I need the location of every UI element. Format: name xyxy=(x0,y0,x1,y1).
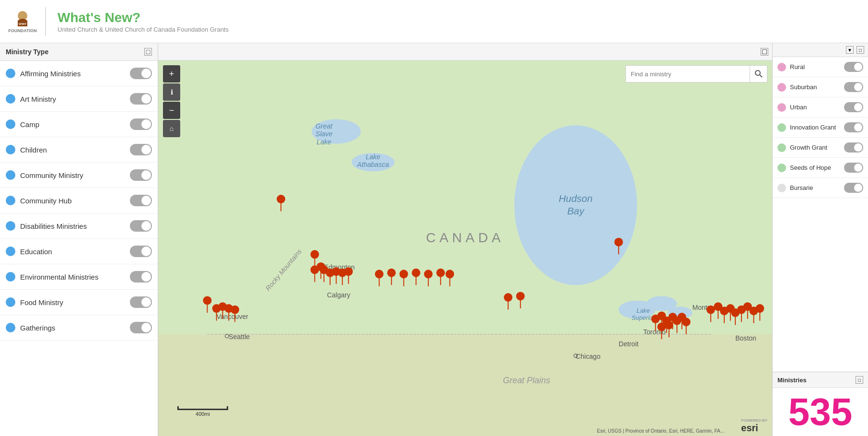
ministry-item-left: Gatherings xyxy=(6,323,55,332)
right-item-left: Growth Grant xyxy=(777,143,827,152)
logo-area: SPIRIT FOUNDATION xyxy=(8,7,46,36)
ministries-label: Ministries xyxy=(777,377,807,384)
left-panel-expand-icon[interactable]: □ xyxy=(144,48,152,56)
ministries-expand-icon[interactable]: □ xyxy=(856,376,863,384)
ministry-toggle[interactable] xyxy=(130,271,152,283)
ministry-toggle[interactable] xyxy=(130,195,152,206)
right-panel-item: Bursarie xyxy=(773,178,868,198)
ministry-toggle[interactable] xyxy=(130,68,152,79)
ministry-toggle[interactable] xyxy=(130,220,152,232)
svg-text:SPIRIT: SPIRIT xyxy=(19,23,26,25)
right-item-left: Bursarie xyxy=(777,184,813,192)
svg-text:Chicago: Chicago xyxy=(576,353,601,360)
ministry-item-left: Environmental Ministries xyxy=(6,272,98,282)
right-dot xyxy=(777,103,786,112)
right-item-label: Suburban xyxy=(790,83,817,91)
map-area: □ xyxy=(158,43,772,436)
right-toggle[interactable] xyxy=(844,163,863,173)
ministry-toggle[interactable] xyxy=(130,322,152,333)
svg-rect-21 xyxy=(158,334,772,436)
search-button[interactable] xyxy=(750,65,767,82)
svg-text:Calgary: Calgary xyxy=(327,291,350,299)
right-item-label: Growth Grant xyxy=(790,144,827,152)
ministry-label: Affirming Ministries xyxy=(20,70,81,78)
ministry-label: Education xyxy=(20,247,52,256)
right-item-left: Seeds of Hope xyxy=(777,164,831,172)
ministry-dot xyxy=(6,272,15,282)
ministry-item: Art Ministry xyxy=(0,86,158,112)
ministry-toggle[interactable] xyxy=(130,246,152,257)
right-toggle[interactable] xyxy=(844,82,863,92)
ministry-dot xyxy=(6,247,15,256)
ministry-toggle[interactable] xyxy=(130,296,152,308)
ministry-label: Disabilities Ministries xyxy=(20,222,87,230)
right-toggle[interactable] xyxy=(844,183,863,193)
ministry-item-left: Education xyxy=(6,247,52,256)
right-panel-top: ▼ □ Rural Suburban Urban Innovation Gran… xyxy=(773,43,868,372)
ministry-dot xyxy=(6,119,15,129)
svg-text:Vancouver: Vancouver xyxy=(217,313,249,320)
right-panel-item: Innovation Grant xyxy=(773,118,868,138)
ministry-item: Environmental Ministries xyxy=(0,264,158,290)
foundation-logo-icon: SPIRIT xyxy=(13,9,32,28)
home-button[interactable]: ⌂ xyxy=(163,120,180,137)
svg-text:Bay: Bay xyxy=(567,205,585,216)
map-search xyxy=(625,65,767,82)
right-panel-item: Seeds of Hope xyxy=(773,158,868,178)
info-button[interactable]: ℹ xyxy=(163,83,180,101)
svg-text:Lake: Lake xyxy=(317,138,332,146)
ministry-item: Children xyxy=(0,137,158,163)
svg-text:Seattle: Seattle xyxy=(229,333,250,341)
right-panel-item: Growth Grant xyxy=(773,138,868,158)
svg-text:Lake: Lake xyxy=(366,153,381,161)
ministry-toggle[interactable] xyxy=(130,144,152,155)
right-panel-item: Suburban xyxy=(773,77,868,97)
ministry-item: Food Ministry xyxy=(0,290,158,315)
ministry-dot xyxy=(6,221,15,231)
zoom-out-button[interactable]: − xyxy=(163,102,180,119)
right-dot xyxy=(777,123,786,132)
right-item-label: Urban xyxy=(790,104,807,111)
esri-powered-text: POWERED BY xyxy=(741,419,767,423)
ministry-label: Community Ministry xyxy=(20,171,83,179)
ministry-label: Gatherings xyxy=(20,324,55,332)
ministry-item-left: Community Hub xyxy=(6,196,72,205)
right-item-label: Innovation Grant xyxy=(790,124,836,131)
zoom-in-button[interactable]: + xyxy=(163,65,180,82)
svg-text:Hudson: Hudson xyxy=(559,193,593,204)
right-panel-dropdown-icon[interactable]: ▼ xyxy=(846,46,854,54)
svg-line-120 xyxy=(760,75,762,77)
right-panel-expand-icon[interactable]: □ xyxy=(856,46,864,54)
ministry-toggle[interactable] xyxy=(130,169,152,181)
right-dot xyxy=(777,143,786,152)
ministry-item: Gatherings xyxy=(0,315,158,341)
right-toggle[interactable] xyxy=(844,62,863,72)
right-panel-item: Urban xyxy=(773,97,868,118)
main-layout: Ministry Type □ Affirming Ministries Art… xyxy=(0,43,868,436)
right-toggle[interactable] xyxy=(844,122,863,132)
ministry-toggle[interactable] xyxy=(130,118,152,130)
right-panel-header: ▼ □ xyxy=(773,43,868,57)
header-title-area: What's New? United Church & United Churc… xyxy=(54,10,229,33)
search-input[interactable] xyxy=(625,65,750,82)
right-dot xyxy=(777,63,786,71)
right-toggle[interactable] xyxy=(844,102,863,112)
left-panel-header: Ministry Type □ xyxy=(0,43,158,61)
ministry-toggle[interactable] xyxy=(130,93,152,105)
right-item-list: Rural Suburban Urban Innovation Grant Gr… xyxy=(773,57,868,198)
right-dot xyxy=(777,184,786,192)
map-svg: Rocky Mountains Great Slave Lake Lake At… xyxy=(158,60,772,436)
ministry-dot xyxy=(6,94,15,104)
map-panel-collapse-icon[interactable]: □ xyxy=(761,48,768,56)
ministry-label: Community Hub xyxy=(20,197,72,205)
ministry-item-left: Affirming Ministries xyxy=(6,69,81,78)
ministry-item-left: Art Ministry xyxy=(6,94,56,104)
ministry-dot xyxy=(6,323,15,332)
right-dot xyxy=(777,164,786,172)
right-item-left: Suburban xyxy=(777,83,817,92)
right-toggle[interactable] xyxy=(844,142,863,153)
esri-label: esri xyxy=(741,423,767,434)
svg-point-119 xyxy=(755,71,760,75)
ministries-panel-header: Ministries □ xyxy=(773,372,868,388)
ministry-dot xyxy=(6,145,15,154)
